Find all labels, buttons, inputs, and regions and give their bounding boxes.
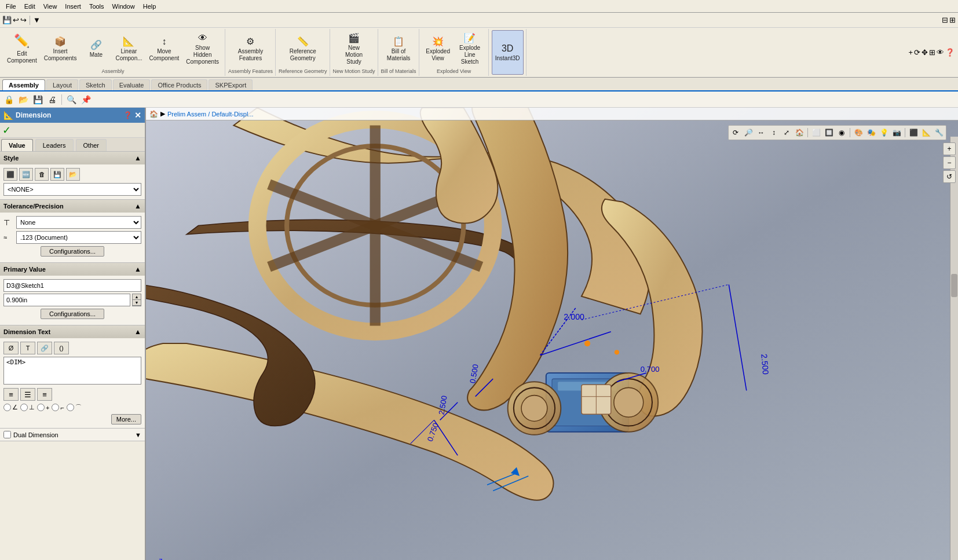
primary-value-collapse-icon[interactable]: ▲ xyxy=(134,265,141,273)
style-icon-save[interactable]: 💾 xyxy=(50,168,64,181)
radio-arc[interactable] xyxy=(67,404,74,411)
panel-tab-other[interactable]: Other xyxy=(76,139,107,151)
ribbon-btn-new-motion-study[interactable]: 🎬 NewMotionStudy xyxy=(338,30,370,68)
ribbon-btn-bill-of-materials[interactable]: 📋 Bill ofMaterials xyxy=(383,30,415,68)
ribbon-btn-linear-compon[interactable]: 📐 LinearCompon... xyxy=(112,30,145,68)
dim-text-section-header[interactable]: Dimension Text ▲ xyxy=(0,325,145,338)
menu-edit[interactable]: Edit xyxy=(21,2,39,11)
panel-close-icon[interactable]: ✕ xyxy=(134,111,141,120)
tolerance-dropdown[interactable]: None xyxy=(16,216,141,229)
nav-light-icon[interactable]: 💡 xyxy=(878,127,890,138)
configurations-btn-1[interactable]: Configurations... xyxy=(41,246,104,257)
help-icon[interactable]: ❓ xyxy=(945,48,955,57)
ribbon-btn-explode-line-sketch[interactable]: 📝 ExplodeLineSketch xyxy=(454,30,486,68)
nav-settings-icon[interactable]: 🔧 xyxy=(933,127,945,138)
primary-value-field2[interactable] xyxy=(3,294,130,306)
align-left-btn[interactable]: ≡ xyxy=(3,388,19,401)
radio-plus[interactable] xyxy=(37,404,45,411)
ribbon-btn-insert-components[interactable]: 📦 InsertComponents xyxy=(41,30,81,68)
ribbon-btn-show-hidden[interactable]: 👁 ShowHiddenComponents xyxy=(182,30,222,68)
dim-icon-symbol[interactable]: Ø xyxy=(3,342,19,354)
nav-zoom-icon[interactable]: 🔎 xyxy=(743,127,754,138)
configurations-btn-2[interactable]: Configurations... xyxy=(41,309,104,319)
style-collapse-icon[interactable]: ▲ xyxy=(134,154,141,162)
ribbon-btn-exploded-view[interactable]: 💥 ExplodedView xyxy=(422,30,454,68)
nav-camera-icon[interactable]: 📷 xyxy=(891,127,902,138)
sec-btn-filter[interactable]: 🔒 xyxy=(2,93,15,106)
nav-triad-icon[interactable]: 📐 xyxy=(920,127,932,138)
ribbon-btn-edit-component[interactable]: ✏️ EditComponent xyxy=(3,30,41,68)
tab-sketch[interactable]: Sketch xyxy=(79,79,112,90)
sec-btn-2[interactable]: 📂 xyxy=(17,93,30,106)
nav-rotate-icon[interactable]: ⟳ xyxy=(730,127,741,138)
more-button[interactable]: More... xyxy=(111,414,141,424)
right-ctrl-3[interactable]: ↺ xyxy=(943,170,956,183)
nav-home-icon[interactable]: 🏠 xyxy=(794,127,805,138)
menu-tools[interactable]: Tools xyxy=(86,2,108,11)
nav-hide-icon[interactable]: ◉ xyxy=(836,127,847,138)
ok-button[interactable]: ✓ xyxy=(2,124,11,137)
style-icon-smart[interactable]: ⬛ xyxy=(3,168,17,181)
style-icon-load[interactable]: 📂 xyxy=(66,168,80,181)
radio-corner[interactable] xyxy=(52,404,59,411)
style-icon-delete[interactable]: 🗑 xyxy=(35,168,49,181)
view-icon[interactable]: 👁 xyxy=(937,48,944,57)
qa-options-icon[interactable]: ▼ xyxy=(33,16,41,24)
panel-tab-value[interactable]: Value xyxy=(1,139,33,151)
dim-text-collapse-icon[interactable]: ▲ xyxy=(134,328,141,336)
nav-fit-icon[interactable]: ⤢ xyxy=(781,127,792,138)
zoom-in-icon[interactable]: + xyxy=(908,48,913,57)
ribbon-btn-assembly-features[interactable]: ⚙ AssemblyFeatures xyxy=(235,30,266,68)
align-right-btn[interactable]: ≡ xyxy=(37,388,52,401)
ribbon-btn-reference-geometry[interactable]: 📏 ReferenceGeometry xyxy=(286,30,320,68)
vertical-scroll-thumb[interactable] xyxy=(951,274,957,297)
dim-icon-text[interactable]: T xyxy=(20,342,35,354)
tab-evaluate[interactable]: Evaluate xyxy=(113,79,151,90)
dual-dim-checkbox[interactable] xyxy=(3,431,11,438)
sec-btn-5[interactable]: 🔍 xyxy=(65,93,78,106)
menu-view[interactable]: View xyxy=(40,2,61,11)
align-center-btn[interactable]: ☰ xyxy=(20,388,35,401)
dim-text-textarea[interactable]: <DIM> xyxy=(3,357,141,385)
nav-view-icon[interactable]: ⬜ xyxy=(810,127,822,138)
fit-icon[interactable]: ⊞ xyxy=(929,48,935,57)
right-ctrl-2[interactable]: − xyxy=(943,156,956,169)
radio-angle[interactable] xyxy=(3,404,11,411)
ribbon-btn-instant3d[interactable]: 3D Instant3D xyxy=(492,30,524,75)
spin-down-btn[interactable]: ▼ xyxy=(133,300,141,306)
style-dropdown[interactable]: <NONE> xyxy=(3,183,141,196)
breadcrumb-text[interactable]: Prelim Assem / Default-Displ... xyxy=(167,111,254,118)
rotate-icon[interactable]: ⟳ xyxy=(914,48,920,57)
qa-undo-icon[interactable]: ↩ xyxy=(13,16,19,24)
tab-skpexport[interactable]: SKPExport xyxy=(209,79,253,90)
style-section-header[interactable]: Style ▲ xyxy=(0,152,145,164)
sec-btn-3[interactable]: 💾 xyxy=(31,93,44,106)
dual-dim-collapse-icon[interactable]: ▼ xyxy=(135,431,141,438)
right-ctrl-1[interactable]: + xyxy=(943,142,956,155)
tab-office-products[interactable]: Office Products xyxy=(151,79,207,90)
nav-pan-h-icon[interactable]: ↔ xyxy=(755,127,767,138)
tolerance-section-header[interactable]: Tolerance/Precision ▲ xyxy=(0,200,145,213)
tab-assembly[interactable]: Assembly xyxy=(2,79,45,90)
sec-btn-6[interactable]: 📌 xyxy=(79,93,92,106)
radio-perpendicular[interactable] xyxy=(20,404,28,411)
nav-appearance-icon[interactable]: 🎭 xyxy=(865,127,877,138)
precision-dropdown[interactable]: .123 (Document) xyxy=(16,231,141,244)
ribbon-btn-mate[interactable]: 🔗 Mate xyxy=(80,30,112,68)
tolerance-collapse-icon[interactable]: ▲ xyxy=(134,202,141,210)
primary-value-field1[interactable] xyxy=(3,279,141,292)
panel-tab-leaders[interactable]: Leaders xyxy=(35,139,74,151)
panel-help-icon[interactable]: ❓ xyxy=(123,111,132,119)
qa-collapse-icon[interactable]: ⊟ xyxy=(942,16,948,24)
qa-redo-icon[interactable]: ↪ xyxy=(20,16,27,24)
pan-icon[interactable]: ✥ xyxy=(922,48,928,57)
tab-layout[interactable]: Layout xyxy=(46,79,78,90)
nav-scene-icon[interactable]: ⬛ xyxy=(908,127,919,138)
menu-window[interactable]: Window xyxy=(109,2,138,11)
menu-help[interactable]: Help xyxy=(140,2,160,11)
dim-icon-link[interactable]: 🔗 xyxy=(37,342,52,354)
nav-pan-v-icon[interactable]: ↕ xyxy=(768,127,780,138)
style-icon-add[interactable]: 🆕 xyxy=(19,168,33,181)
spin-up-btn[interactable]: ▲ xyxy=(133,294,141,300)
nav-section-view-icon[interactable]: 🎨 xyxy=(853,127,864,138)
